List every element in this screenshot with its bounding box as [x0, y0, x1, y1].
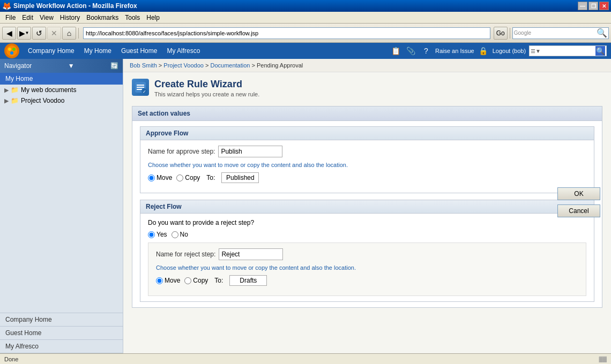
restore-button[interactable]: ❐ [588, 2, 598, 10]
footer-company-home[interactable]: Company Home [0, 313, 123, 327]
sidebar-selected-item[interactable]: My Home [0, 73, 123, 85]
reject-no-option[interactable]: No [172, 231, 188, 238]
svg-rect-7 [137, 89, 142, 90]
nav-search-input[interactable] [542, 48, 595, 54]
firefox-icon: 🦊 [2, 2, 11, 10]
approve-move-radio[interactable] [148, 175, 155, 181]
raise-issue-link[interactable]: Raise an Issue [435, 48, 474, 54]
sidebar: Navigator ▼ 🔄 My Home ▶ 📁 My web documen… [0, 59, 123, 353]
reject-no-label: No [180, 231, 188, 238]
status-right: ▓▓ [599, 356, 607, 362]
breadcrumb-documentation[interactable]: Documentation [210, 62, 250, 69]
nav-icon-1[interactable]: 📋 [390, 45, 402, 57]
minimize-button[interactable]: — [578, 2, 587, 10]
navigator-label: Navigator [4, 62, 32, 70]
sidebar-header: Navigator ▼ 🔄 [0, 59, 123, 73]
menu-view[interactable]: View [36, 13, 57, 22]
reload-button[interactable]: ↺ [32, 27, 46, 40]
breadcrumb-project-voodoo[interactable]: Project Voodoo [163, 62, 204, 69]
approve-name-input[interactable] [218, 146, 282, 157]
nav-help-icon[interactable]: ? [420, 45, 432, 57]
reject-move-label: Move [165, 277, 180, 284]
svg-rect-6 [137, 87, 144, 88]
sidebar-refresh-icon[interactable]: 🔄 [110, 62, 118, 70]
url-input[interactable] [86, 30, 488, 36]
nav-search-dropdown[interactable]: ☰▼ [531, 48, 541, 54]
menu-tools[interactable]: Tools [122, 13, 143, 22]
nav-search: ☰▼ 🔍 [529, 46, 607, 56]
home-button[interactable]: ⌂ [62, 27, 76, 40]
approve-copy-option[interactable]: Copy [176, 174, 200, 181]
sidebar-item-my-web-documents[interactable]: ▶ 📁 My web documents [0, 85, 123, 95]
search-button[interactable]: 🔍 [597, 28, 607, 39]
reject-move-radio[interactable] [156, 277, 163, 284]
reject-name-row: Name for reject step: [156, 248, 578, 260]
nav-icon-2[interactable]: 📎 [405, 45, 417, 57]
breadcrumb-bob-smith[interactable]: Bob Smith [130, 62, 157, 69]
breadcrumb-sep3: > [252, 62, 257, 69]
approve-flow-section: Approve Flow Name for approve step: Choo… [140, 126, 594, 193]
reject-flow-body: Do you want to provide a reject step? Ye… [140, 214, 594, 301]
reject-no-radio[interactable] [172, 231, 178, 238]
back-button[interactable]: ◀ [2, 27, 16, 40]
sidebar-spacer [0, 106, 123, 313]
breadcrumb: Bob Smith > Project Voodoo > Documentati… [123, 59, 611, 72]
menu-edit[interactable]: Edit [19, 13, 36, 22]
footer-guest-home[interactable]: Guest Home [0, 327, 123, 340]
nav-my-home[interactable]: My Home [80, 45, 116, 57]
reject-yes-radio[interactable] [148, 231, 155, 238]
forward-button[interactable]: ▶▼ [17, 27, 31, 40]
cancel-button[interactable]: Cancel [557, 204, 600, 217]
folder-icon: 📁 [11, 86, 19, 94]
approve-copy-radio[interactable] [176, 175, 183, 181]
reject-to-label: To: [214, 277, 223, 284]
search-bar: Google 🔍 [512, 27, 609, 39]
menu-file[interactable]: File [2, 13, 19, 22]
address-bar[interactable] [83, 27, 490, 39]
breadcrumb-current: Pending Approval [257, 62, 303, 69]
go-button[interactable]: Go [494, 27, 508, 40]
navigator-arrow[interactable]: ▼ [68, 62, 74, 70]
breadcrumb-sep1: > [159, 62, 163, 69]
nav-my-alfresco[interactable]: My Alfresco [162, 45, 204, 57]
svg-point-3 [10, 51, 13, 55]
menu-bookmarks[interactable]: Bookmarks [83, 13, 122, 22]
nav-guest-home[interactable]: Guest Home [117, 45, 161, 57]
menu-bar: File Edit View History Bookmarks Tools H… [0, 12, 611, 24]
action-section-header: Set action values [132, 107, 602, 121]
expand-icon-2: ▶ [4, 97, 9, 104]
stop-button[interactable]: ✕ [47, 27, 61, 40]
expand-icon: ▶ [4, 87, 9, 94]
toolbar-separator2 [510, 28, 510, 39]
menu-help[interactable]: Help [143, 13, 163, 22]
approve-info-text: Choose whether you want to move or copy … [148, 162, 586, 168]
menu-history[interactable]: History [57, 13, 83, 22]
wizard-header: ✓ Create Rule Wizard This wizard helps y… [132, 79, 602, 97]
approve-location[interactable]: Published [221, 172, 259, 183]
reject-name-input[interactable] [219, 248, 283, 260]
window-controls: — ❐ ✕ [578, 2, 609, 10]
action-section-body: Approve Flow Name for approve step: Choo… [132, 121, 602, 307]
reject-copy-radio[interactable] [184, 277, 191, 284]
approve-to-label: To: [206, 174, 215, 181]
nav-right: 📋 📎 ? Raise an Issue 🔒 Logout (bob) ☰▼ 🔍 [390, 45, 607, 57]
approve-move-option[interactable]: Move [148, 174, 172, 181]
folder-icon-2: 📁 [11, 97, 19, 104]
reject-location[interactable]: Drafts [229, 275, 267, 286]
footer-my-alfresco[interactable]: My Alfresco [0, 340, 123, 353]
reject-yes-option[interactable]: Yes [148, 231, 167, 238]
logout-icon: 🔒 [478, 45, 489, 57]
ok-button[interactable]: OK [557, 187, 600, 200]
wizard-subtitle: This wizard helps you create a new rule. [154, 91, 259, 97]
reject-move-option[interactable]: Move [156, 277, 180, 284]
nav-search-button[interactable]: 🔍 [595, 46, 605, 56]
close-button[interactable]: ✕ [599, 2, 609, 10]
nav-company-home[interactable]: Company Home [24, 45, 79, 57]
reject-copy-option[interactable]: Copy [184, 277, 208, 284]
approve-move-label: Move [157, 174, 172, 181]
search-input[interactable] [532, 30, 597, 36]
sidebar-item-project-voodoo[interactable]: ▶ 📁 Project Voodoo [0, 95, 123, 106]
google-label: Google [514, 30, 531, 36]
logout-link[interactable]: Logout (bob) [493, 48, 526, 54]
main-layout: Navigator ▼ 🔄 My Home ▶ 📁 My web documen… [0, 59, 611, 353]
